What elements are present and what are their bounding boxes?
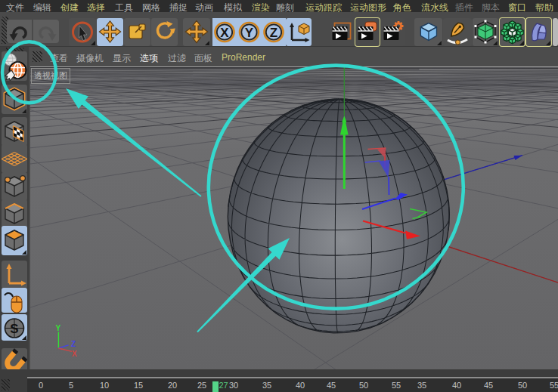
svg-text:Z: Z [270, 26, 277, 40]
svg-text:X: X [72, 350, 77, 358]
svg-text:Z: Z [71, 340, 76, 348]
svg-text:Y: Y [56, 324, 61, 332]
svg-text:Y: Y [245, 26, 254, 40]
svg-text:S: S [10, 322, 18, 336]
svg-text:X: X [220, 26, 229, 40]
